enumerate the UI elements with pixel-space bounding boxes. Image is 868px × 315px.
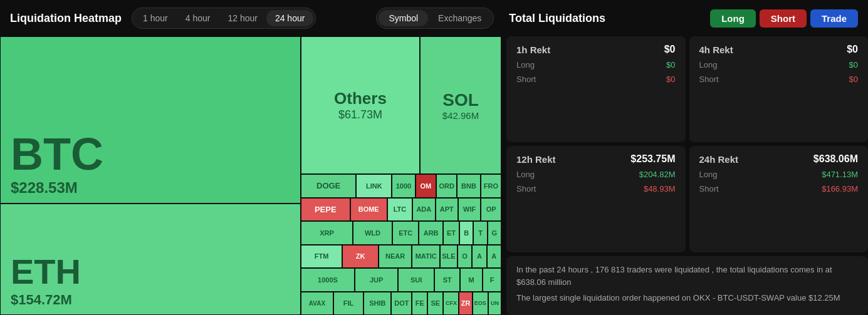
cell-fil[interactable]: FIL: [333, 292, 363, 316]
cell-arb[interactable]: ARB: [419, 221, 442, 245]
cell-cfx[interactable]: CFX: [443, 292, 459, 316]
cell-et[interactable]: ET: [443, 221, 459, 245]
cell-sle[interactable]: SLE: [440, 245, 458, 269]
heatmap-grid: DOGE LINK 1000 OM ORD BNB FRO PEPE BOME …: [301, 174, 501, 315]
stat-value-24h-short: $166.93M: [822, 184, 858, 194]
stat-label-4h-long: Long: [699, 60, 718, 70]
cell-near[interactable]: NEAR: [379, 245, 412, 269]
cell-t[interactable]: T: [473, 221, 487, 245]
stat-total-1h: $0: [664, 44, 676, 55]
filter-button-group: Symbol Exchanges: [376, 8, 494, 29]
cell-b[interactable]: B: [459, 221, 473, 245]
trade-button[interactable]: Trade: [810, 9, 858, 28]
stat-header-12h: 12h Rekt $253.75M: [516, 153, 676, 165]
cell-wld[interactable]: WLD: [353, 221, 392, 245]
cell-pepe[interactable]: PEPE: [301, 198, 350, 222]
cell-bome[interactable]: BOME: [350, 198, 387, 222]
eth-label: ETH: [11, 254, 290, 289]
stat-header-24h: 24h Rekt $638.06M: [699, 153, 859, 165]
cell-dot[interactable]: DOT: [391, 292, 412, 316]
eth-cell[interactable]: ETH $154.72M: [0, 204, 301, 315]
cell-wif[interactable]: WIF: [458, 198, 481, 222]
time-btn-24h[interactable]: 24 hour: [266, 10, 313, 26]
grid-row-3: XRP WLD ETC ARB ET B T G: [301, 221, 501, 245]
stat-header-1h: 1h Rekt $0: [516, 44, 676, 55]
time-btn-1h[interactable]: 1 hour: [134, 10, 177, 26]
cell-shib[interactable]: SHIB: [363, 292, 391, 316]
cell-ltc[interactable]: LTC: [387, 198, 412, 222]
grid-row-6: AVAX FIL SHIB DOT FE SE CFX ZR EOS UN: [301, 292, 501, 316]
stat-row-1h-long: Long $0: [516, 60, 676, 70]
cell-g[interactable]: G: [488, 221, 501, 245]
stat-label-12h-long: Long: [516, 170, 535, 179]
stat-row-24h-long: Long $471.13M: [699, 170, 859, 179]
cell-st[interactable]: ST: [434, 268, 460, 292]
stat-label-1h-long: Long: [516, 60, 535, 70]
sol-cell[interactable]: SOL $42.96M: [420, 36, 501, 174]
cell-doge[interactable]: DOGE: [301, 174, 356, 198]
cell-xrp[interactable]: XRP: [301, 221, 353, 245]
action-button-group: Long Short Trade: [710, 9, 858, 28]
stat-header-4h: 4h Rekt $0: [699, 44, 859, 55]
cell-link[interactable]: LINK: [356, 174, 392, 198]
heatmap-left: BTC $228.53M ETH $154.72M: [0, 36, 301, 315]
stat-label-1h-short: Short: [516, 75, 536, 84]
total-liquidations-label: Total Liquidations: [509, 12, 605, 25]
time-btn-12h[interactable]: 12 hour: [219, 10, 266, 26]
long-button[interactable]: Long: [710, 9, 756, 28]
stat-title-24h: 24h Rekt: [699, 154, 739, 165]
cell-o[interactable]: O: [458, 245, 472, 269]
cell-a2[interactable]: A: [487, 245, 501, 269]
cell-1000s[interactable]: 1000S: [301, 268, 355, 292]
time-button-group: 1 hour 4 hour 12 hour 24 hour: [132, 8, 316, 29]
cell-avax[interactable]: AVAX: [301, 292, 333, 316]
cell-eos[interactable]: EOS: [473, 292, 488, 316]
stat-row-24h-short: Short $166.93M: [699, 184, 859, 194]
cell-op[interactable]: OP: [481, 198, 501, 222]
btc-label: BTC: [11, 132, 290, 177]
short-button[interactable]: Short: [760, 9, 807, 28]
cell-jup[interactable]: JUP: [355, 268, 398, 292]
cell-ftm[interactable]: FTM: [301, 245, 342, 269]
others-label: Others: [334, 89, 387, 108]
stat-row-12h-short: Short $48.93M: [516, 184, 676, 194]
main-content: BTC $228.53M ETH $154.72M Others $61.73M…: [0, 36, 868, 315]
info-card: In the past 24 hours , 176 813 traders w…: [506, 256, 868, 315]
cell-f[interactable]: F: [483, 268, 501, 292]
cell-sui[interactable]: SUI: [398, 268, 434, 292]
cell-a1[interactable]: A: [472, 245, 486, 269]
cell-fe[interactable]: FE: [412, 292, 427, 316]
filter-btn-exchanges[interactable]: Exchanges: [428, 10, 491, 26]
stats-panel: 1h Rekt $0 Long $0 Short $0 4h Rekt $0: [501, 36, 868, 315]
grid-row-2: PEPE BOME LTC ADA APT WIF OP: [301, 198, 501, 222]
cell-se[interactable]: SE: [427, 292, 443, 316]
info-line2: The largest single liquidation order hap…: [516, 292, 858, 305]
heatmap-right: Others $61.73M SOL $42.96M DOGE LINK 100…: [301, 36, 501, 315]
cell-1000[interactable]: 1000: [392, 174, 415, 198]
cell-fro[interactable]: FRO: [481, 174, 501, 198]
eth-value: $154.72M: [11, 292, 290, 308]
cell-matic[interactable]: MATIC: [412, 245, 440, 269]
cell-apt[interactable]: APT: [436, 198, 458, 222]
stat-title-4h: 4h Rekt: [699, 44, 733, 55]
cell-un[interactable]: UN: [488, 292, 501, 316]
filter-btn-symbol[interactable]: Symbol: [379, 10, 428, 26]
stat-label-24h-short: Short: [699, 184, 719, 194]
cell-etc[interactable]: ETC: [392, 221, 419, 245]
cell-zr[interactable]: ZR: [459, 292, 472, 316]
cell-bnb[interactable]: BNB: [457, 174, 480, 198]
cell-ada[interactable]: ADA: [412, 198, 435, 222]
cell-ord[interactable]: ORD: [436, 174, 457, 198]
sol-value: $42.96M: [442, 110, 479, 121]
grid-row-5: 1000S JUP SUI ST M F: [301, 268, 501, 292]
time-btn-4h[interactable]: 4 hour: [177, 10, 219, 26]
others-cell[interactable]: Others $61.73M: [301, 36, 420, 174]
cell-m[interactable]: M: [460, 268, 483, 292]
btc-cell[interactable]: BTC $228.53M: [0, 36, 301, 204]
cell-om[interactable]: OM: [416, 174, 436, 198]
stat-total-24h: $638.06M: [813, 153, 858, 165]
stat-total-12h: $253.75M: [630, 153, 675, 165]
stat-value-1h-long: $0: [666, 60, 675, 70]
cell-zk[interactable]: ZK: [342, 245, 379, 269]
stat-value-24h-long: $471.13M: [822, 170, 858, 179]
